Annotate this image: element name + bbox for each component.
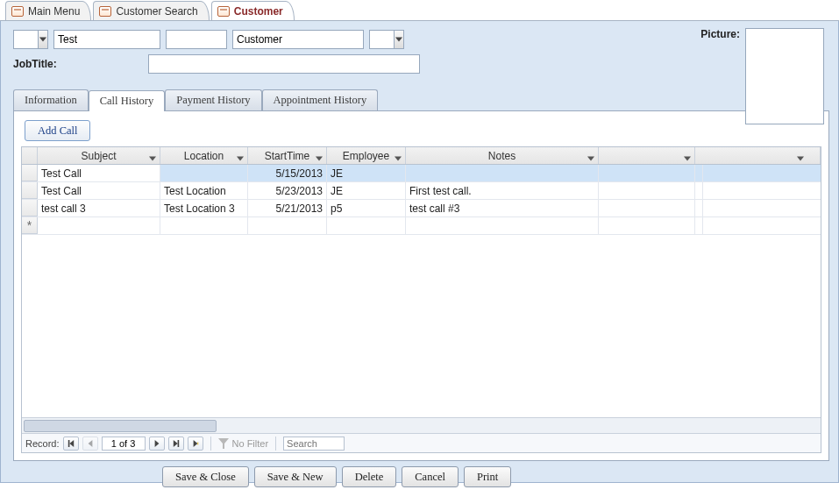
col-blank-2[interactable] (695, 147, 821, 164)
table-row[interactable]: test call 3Test Location 35/21/2013p5tes… (22, 200, 821, 217)
funnel-icon (218, 438, 229, 449)
cell-employee[interactable]: JE (327, 182, 406, 199)
row-selector[interactable] (22, 182, 38, 199)
prefix-combo[interactable] (13, 30, 48, 49)
jobtitle-label: JobTitle: (13, 58, 57, 70)
cell-subject[interactable] (38, 217, 160, 234)
calls-datasheet: Subject Location StartTime Employee (21, 146, 821, 453)
cell-notes[interactable]: First test call. (406, 182, 599, 199)
cell-subject[interactable]: Test Call (38, 182, 160, 199)
last-name-combo[interactable] (232, 30, 364, 49)
cell-blank[interactable] (695, 182, 703, 199)
picture-box[interactable] (745, 28, 824, 124)
cell-location[interactable]: Test Location (160, 182, 248, 199)
cancel-button[interactable]: Cancel (402, 466, 459, 487)
suffix-combo[interactable] (369, 30, 404, 49)
filter-indicator[interactable]: No Filter (218, 438, 269, 449)
col-subject[interactable]: Subject (38, 147, 160, 164)
nav-next-button[interactable] (149, 437, 165, 451)
jobtitle-input[interactable] (149, 55, 419, 73)
cell-subject[interactable]: Test Call (38, 165, 160, 181)
cell-blank[interactable] (599, 165, 695, 181)
chevron-down-icon[interactable] (587, 153, 594, 160)
cell-employee[interactable] (327, 217, 406, 234)
save-close-button[interactable]: Save & Close (162, 466, 249, 487)
nav-new-button[interactable] (188, 437, 203, 451)
nav-prev-button[interactable] (82, 437, 98, 451)
cell-starttime[interactable]: 5/21/2013 (248, 200, 327, 217)
col-subject-label: Subject (81, 150, 116, 162)
cell-blank[interactable] (695, 217, 703, 234)
h-scroll-thumb[interactable] (24, 420, 217, 432)
tab-information[interactable]: Information (13, 89, 89, 110)
cell-employee[interactable]: JE (327, 165, 406, 181)
tab-body-call-history: Add Call Subject Location StartTime (13, 110, 829, 461)
cell-location[interactable] (160, 217, 248, 234)
tab-appointment-history[interactable]: Appointment History (262, 89, 379, 110)
col-starttime[interactable]: StartTime (248, 147, 327, 164)
chevron-down-icon[interactable] (395, 153, 402, 160)
chevron-down-icon[interactable] (684, 153, 691, 160)
cell-notes[interactable] (406, 165, 599, 181)
picture-area: Picture: (700, 28, 824, 124)
print-button[interactable]: Print (464, 466, 511, 487)
chevron-down-icon[interactable] (237, 153, 244, 160)
jobtitle-field[interactable] (148, 54, 420, 74)
select-all-cell[interactable] (22, 147, 38, 164)
chevron-down-icon[interactable] (149, 153, 156, 160)
row-selector[interactable] (22, 200, 38, 217)
record-navigator: Record: No Filter (22, 433, 821, 452)
chevron-down-icon[interactable] (316, 153, 323, 160)
new-record-row[interactable]: * (22, 217, 821, 235)
save-new-button[interactable]: Save & New (254, 466, 337, 487)
cell-blank[interactable] (599, 217, 695, 234)
cell-starttime[interactable]: 5/23/2013 (248, 182, 327, 199)
table-row[interactable]: Test CallTest Location5/23/2013JEFirst t… (22, 182, 821, 200)
first-name-field[interactable] (53, 30, 160, 49)
doc-tab-label: Customer Search (116, 5, 197, 18)
doc-tab-customer[interactable]: Customer (211, 1, 295, 20)
cell-starttime[interactable]: 5/15/2013 (248, 165, 327, 181)
suffix-dropdown-btn[interactable] (394, 31, 403, 48)
delete-button[interactable]: Delete (342, 466, 397, 487)
tab-call-history[interactable]: Call History (89, 90, 165, 111)
tab-payment-history[interactable]: Payment History (165, 89, 261, 110)
chevron-down-icon[interactable] (797, 153, 804, 160)
cell-starttime[interactable] (248, 217, 327, 234)
middle-name-field[interactable] (166, 30, 227, 49)
datasheet-body[interactable]: Test Call5/15/2013JETest CallTest Locati… (22, 165, 821, 417)
prefix-input[interactable] (14, 31, 38, 48)
doc-tab-main-menu[interactable]: Main Menu (5, 1, 91, 20)
nav-last-button[interactable] (168, 437, 184, 451)
h-scrollbar[interactable] (22, 417, 821, 433)
doc-tab-customer-search[interactable]: Customer Search (93, 1, 209, 20)
col-location[interactable]: Location (160, 147, 248, 164)
add-call-button[interactable]: Add Call (25, 120, 90, 141)
col-employee[interactable]: Employee (327, 147, 406, 164)
new-record-icon[interactable]: * (22, 217, 38, 234)
table-row[interactable]: Test Call5/15/2013JE (22, 165, 821, 182)
middle-name-input[interactable] (167, 31, 226, 48)
nav-first-button[interactable] (63, 437, 79, 451)
cell-blank[interactable] (599, 182, 695, 199)
suffix-input[interactable] (370, 31, 394, 48)
col-notes[interactable]: Notes (406, 147, 599, 164)
first-name-input[interactable] (54, 31, 160, 48)
col-blank-1[interactable] (599, 147, 695, 164)
form-footer: Save & Close Save & New Delete Cancel Pr… (13, 466, 829, 487)
cell-notes[interactable]: test call #3 (406, 200, 599, 217)
cell-location[interactable] (160, 165, 248, 181)
cell-blank[interactable] (695, 165, 703, 181)
prefix-dropdown-btn[interactable] (38, 31, 47, 48)
cell-employee[interactable]: p5 (327, 200, 406, 217)
cell-notes[interactable] (406, 217, 599, 234)
cell-blank[interactable] (599, 200, 695, 217)
row-selector[interactable] (22, 165, 38, 181)
cell-location[interactable]: Test Location 3 (160, 200, 248, 217)
record-search-input[interactable] (283, 437, 345, 451)
last-name-input[interactable] (233, 31, 363, 48)
record-position-input[interactable] (102, 437, 146, 451)
cell-blank[interactable] (695, 200, 703, 217)
record-label: Record: (25, 438, 60, 449)
cell-subject[interactable]: test call 3 (38, 200, 160, 217)
